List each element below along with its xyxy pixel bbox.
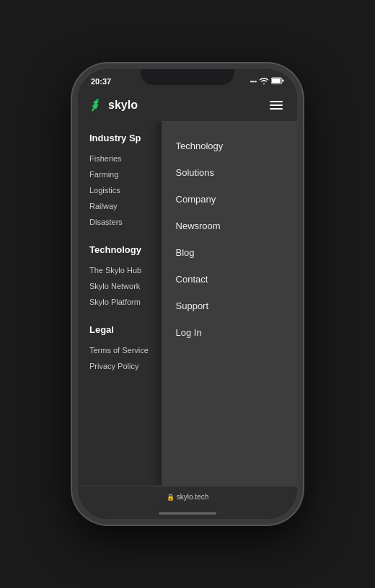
- skylo-logo-icon: [89, 98, 104, 112]
- status-icons: ▪▪▪: [250, 77, 284, 86]
- volume-down-button[interactable]: [72, 179, 74, 197]
- dropdown-item-newsroom[interactable]: Newsroom: [162, 213, 297, 239]
- svg-rect-2: [272, 79, 281, 83]
- url-bar: 🔒 skylo.tech: [78, 486, 297, 507]
- nav-header: skylo: [78, 89, 297, 121]
- dropdown-item-technology[interactable]: Technology: [162, 133, 297, 159]
- status-time: 20:37: [91, 77, 111, 86]
- logo-text: skylo: [108, 99, 138, 112]
- hamburger-line-3: [270, 108, 283, 110]
- dropdown-menu: Technology Solutions Company Newsroom Bl…: [162, 121, 297, 486]
- volume-mute-button[interactable]: [72, 127, 74, 146]
- dropdown-item-company[interactable]: Company: [162, 186, 297, 213]
- dropdown-item-support[interactable]: Support: [162, 293, 297, 319]
- signal-icon: ▪▪▪: [250, 78, 257, 85]
- wifi-icon: [260, 78, 268, 86]
- hamburger-line-1: [270, 101, 283, 102]
- dropdown-item-blog[interactable]: Blog: [162, 239, 297, 266]
- logo-area: skylo: [89, 98, 138, 112]
- lock-icon: 🔒: [167, 494, 175, 501]
- dropdown-item-solutions[interactable]: Solutions: [162, 159, 297, 186]
- dropdown-item-contact[interactable]: Contact: [162, 266, 297, 293]
- home-indicator: [78, 507, 297, 519]
- volume-up-button[interactable]: [72, 153, 74, 172]
- phone-notch: [141, 69, 234, 85]
- hamburger-line-2: [270, 104, 283, 106]
- power-button[interactable]: [301, 148, 303, 184]
- hamburger-button[interactable]: [267, 98, 286, 112]
- svg-rect-1: [283, 80, 284, 82]
- home-bar: [159, 512, 216, 514]
- dropdown-item-login[interactable]: Log In: [162, 319, 297, 346]
- content-area: Industry Sp Fisheries Farming Logistics …: [78, 121, 297, 486]
- phone-frame: 20:37 ▪▪▪: [72, 63, 303, 525]
- url-text: skylo.tech: [177, 493, 208, 501]
- battery-icon: [271, 77, 284, 86]
- phone-screen: 20:37 ▪▪▪: [78, 69, 297, 519]
